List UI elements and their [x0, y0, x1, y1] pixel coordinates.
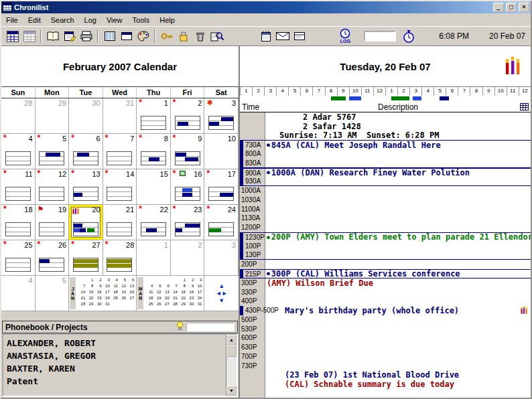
multi-view-icon[interactable] — [21, 28, 38, 44]
day-row[interactable]: 330P — [240, 288, 531, 297]
day-cell-21[interactable]: 21 — [103, 205, 137, 240]
nav-up-icon[interactable]: ▲ — [218, 283, 224, 290]
day-row[interactable]: 215P●300P (CAL) Williams Services confer… — [240, 269, 531, 278]
time-slot-label[interactable] — [240, 380, 265, 389]
password-key-icon[interactable] — [158, 28, 175, 44]
phonebook-filter-input[interactable] — [186, 323, 235, 331]
minimize-button[interactable]: _ — [493, 3, 504, 12]
day-row[interactable]: (CAL) Schnable summary is due today — [240, 380, 531, 389]
menu-tools[interactable]: Tools — [128, 14, 155, 26]
day-cell-2[interactable]: 2* — [171, 98, 205, 134]
day-cell-14[interactable]: 14* — [103, 169, 137, 205]
day-row[interactable]: 100P — [240, 242, 531, 251]
day-cell-5[interactable]: 5* — [36, 134, 70, 169]
colors-icon[interactable] — [135, 28, 151, 44]
scrollbar-track[interactable] — [226, 345, 237, 386]
day-cell-11[interactable]: 11* — [1, 169, 36, 205]
day-cell-10[interactable]: 10 — [204, 134, 239, 169]
day-row[interactable]: 830A — [240, 159, 531, 168]
time-slot-label[interactable]: 1030A — [240, 195, 265, 205]
day-cell-o-28[interactable]: 28 — [1, 98, 36, 134]
day-cell-o-30[interactable]: 30 — [69, 98, 103, 134]
day-cell-1[interactable]: 1* — [137, 98, 171, 134]
menu-log[interactable]: Log — [80, 14, 102, 26]
day-row[interactable]: 530P — [240, 325, 531, 334]
day-cell-16[interactable]: 16* — [171, 169, 205, 205]
print-icon[interactable] — [78, 28, 94, 44]
edit-day-icon[interactable] — [61, 28, 78, 44]
time-slot-label[interactable] — [240, 122, 265, 131]
scroll-up-icon[interactable]: ▲ — [226, 335, 237, 345]
time-slot-label[interactable]: 430P-500P — [240, 306, 265, 315]
time-slot-label[interactable] — [240, 112, 265, 122]
mini-month-jan[interactable]: JAN1234567891011121314151617181920212223… — [69, 276, 137, 311]
columns-view-icon[interactable] — [101, 28, 118, 44]
day-row[interactable]: 200P — [240, 260, 531, 269]
day-row[interactable]: 500P — [240, 315, 531, 325]
day-row[interactable]: 730A●845A (CAL) Meet Joseph Randall Here — [240, 140, 531, 149]
phonebook-entry[interactable]: Patent — [7, 375, 222, 388]
time-slot-label[interactable]: 1000A — [240, 186, 265, 195]
menu-view[interactable]: View — [102, 14, 128, 26]
day-cell-17[interactable]: 17* — [204, 169, 239, 205]
menu-search[interactable]: Search — [46, 14, 80, 26]
day-cell-18[interactable]: 18* — [1, 205, 36, 240]
nav-left-right-icon[interactable]: ◄► — [216, 290, 228, 297]
time-slot-label[interactable]: 330P — [240, 288, 265, 297]
time-slot-label[interactable]: 530P — [240, 325, 265, 334]
day-row[interactable]: 430P-500PMary's birthday party (whole of… — [240, 306, 531, 315]
day-cell-13[interactable]: 13* — [69, 169, 103, 205]
panel-splitter[interactable] — [1, 311, 239, 321]
day-cell-3[interactable]: 3✱ — [204, 98, 239, 134]
scrollbar-thumb[interactable] — [226, 345, 237, 357]
day-cell-4[interactable]: 4* — [1, 134, 36, 169]
phonebook-scrollbar[interactable]: ▲ ▼ — [226, 335, 237, 396]
day-row[interactable]: 2 Safar 1428 — [240, 122, 531, 131]
time-slot-label[interactable]: 1200P — [240, 223, 265, 232]
day-row[interactable]: 300P(AMY) Wilson Brief Due — [240, 278, 531, 288]
day-row[interactable]: 930A — [240, 177, 531, 186]
time-slot-label[interactable]: 600P — [240, 333, 265, 343]
day-cell-26[interactable]: 26* — [36, 240, 70, 276]
window-view-icon[interactable] — [118, 28, 135, 44]
day-cell-15[interactable]: 15 — [137, 169, 171, 205]
time-slot-label[interactable]: 830A — [240, 159, 265, 167]
time-slot-label[interactable]: 400P — [240, 297, 265, 306]
day-cell-27[interactable]: 27* — [69, 240, 103, 276]
day-row[interactable]: 1230P●200P (AMY) Town Elders meet to pla… — [240, 232, 531, 242]
day-row[interactable]: 700P — [240, 352, 531, 362]
time-slot-label[interactable]: 1130A — [240, 214, 265, 223]
time-slot-label[interactable]: 100P — [240, 242, 265, 251]
menu-help[interactable]: Help — [155, 14, 180, 26]
day-row[interactable]: 800A — [240, 149, 531, 159]
time-slot-label[interactable]: 730P — [240, 362, 265, 371]
menu-file[interactable]: File — [1, 14, 23, 26]
log-button[interactable]: LOG — [340, 28, 350, 44]
maximize-button[interactable]: □ — [506, 3, 517, 12]
day-cell-o-3[interactable]: 3 — [204, 240, 239, 276]
day-cell-o-1[interactable]: 1 — [137, 240, 171, 276]
day-row[interactable]: 900A●1000A (DAN) Research Finey Water Po… — [240, 168, 531, 177]
day-cell-28[interactable]: 28* — [103, 240, 137, 276]
day-cell-25[interactable]: 25* — [1, 240, 36, 276]
day-cell-6[interactable]: 6* — [69, 134, 103, 169]
day-row[interactable]: (23 Feb 07) 1st National Blood Drive — [240, 370, 531, 380]
day-cell-o-31[interactable]: 31 — [103, 98, 137, 134]
time-slot-label[interactable]: 200P — [240, 260, 265, 269]
time-slot-label[interactable]: 1230P — [240, 233, 265, 242]
time-slot-label[interactable] — [240, 389, 265, 398]
time-slot-label[interactable]: 630P — [240, 343, 265, 352]
phonebook-entry[interactable]: BAXTER, KAREN — [7, 362, 222, 375]
day-row[interactable]: 1130A — [240, 214, 531, 223]
stopwatch-icon[interactable] — [403, 29, 415, 44]
time-slot-label[interactable]: 900A — [240, 169, 265, 177]
day-row[interactable]: 1100A — [240, 205, 531, 214]
time-slot-label[interactable]: 700P — [240, 352, 265, 362]
day-row[interactable]: 1030A — [240, 195, 531, 205]
day-cell-o-29[interactable]: 29 — [36, 98, 70, 134]
time-slot-label[interactable]: 730A — [240, 141, 265, 149]
day-cell-23[interactable]: 23* — [171, 205, 205, 240]
day-cell-19[interactable]: 19⚑ — [36, 205, 70, 240]
day-cell-o-4[interactable]: 4 — [1, 276, 36, 311]
time-slot-label[interactable]: 215P — [240, 270, 265, 278]
